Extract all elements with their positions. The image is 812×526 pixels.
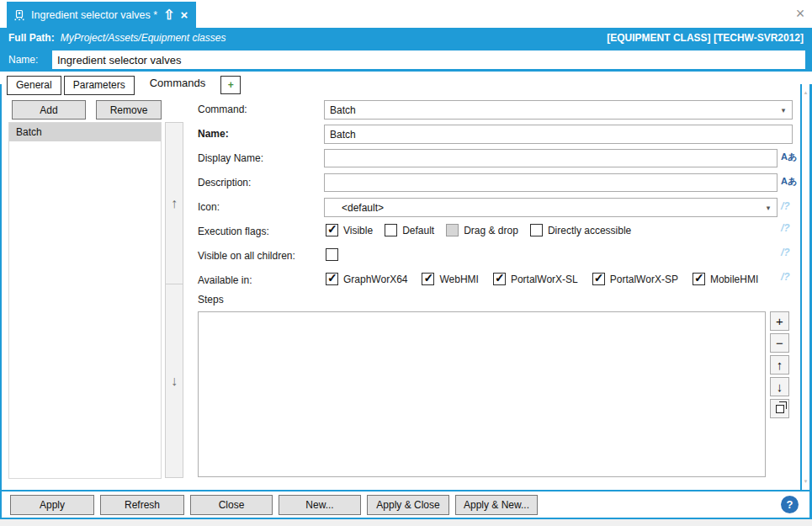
description-label: Description: bbox=[198, 173, 251, 193]
name-input[interactable] bbox=[52, 50, 805, 69]
checkbox-mobilehmi[interactable] bbox=[693, 273, 705, 285]
description-input[interactable] bbox=[324, 173, 778, 192]
duplicate-step-button[interactable] bbox=[770, 399, 789, 418]
command-select[interactable]: Batch ▾ bbox=[324, 100, 793, 120]
checkbox-portalworx-sp-label: PortalWorX-SP bbox=[610, 274, 678, 285]
help-button[interactable]: ? bbox=[781, 496, 799, 513]
checkbox-mobilehmi-label: MobileHMI bbox=[710, 274, 758, 285]
tab-close-icon[interactable]: × bbox=[181, 8, 188, 21]
command-list[interactable]: Batch bbox=[8, 122, 162, 479]
steps-label: Steps bbox=[198, 293, 224, 306]
checkbox-default-label: Default bbox=[402, 225, 434, 236]
name-bar: Name: bbox=[0, 48, 812, 72]
execution-flags-row: Visible Default Drag & drop Directly acc… bbox=[326, 224, 631, 236]
document-tab-title: Ingredient selector valves * bbox=[31, 9, 157, 21]
vertical-scrollbar[interactable]: ▲ ▼ bbox=[800, 84, 809, 490]
checkbox-default[interactable] bbox=[385, 224, 397, 236]
steps-toolbar: + − ↑ ↓ bbox=[770, 311, 790, 418]
context-badges: [EQUIPMENT CLASS] [TECHW-SVR2012] bbox=[607, 32, 804, 44]
up-arrow-icon[interactable]: ⇧ bbox=[163, 8, 174, 22]
visible-on-all-children-row bbox=[326, 248, 338, 261]
content-frame: Add Remove Batch ↑ ↓ Command: Name: Disp… bbox=[0, 84, 812, 519]
display-name-input[interactable] bbox=[324, 149, 778, 167]
checkbox-graphworx64[interactable] bbox=[326, 273, 338, 285]
name-label: Name: bbox=[8, 54, 38, 66]
checkbox-directly-accessible-label: Directly accessible bbox=[548, 225, 631, 236]
tab-parameters[interactable]: Parameters bbox=[64, 76, 135, 95]
reorder-column: ↑ ↓ bbox=[165, 122, 183, 478]
new-button[interactable]: New... bbox=[279, 495, 361, 515]
full-path-value: MyProject/Assets/Equipment classes bbox=[61, 32, 226, 44]
remove-step-button[interactable]: − bbox=[770, 333, 789, 353]
checkbox-directly-accessible[interactable] bbox=[530, 224, 543, 236]
icon-label: Icon: bbox=[198, 198, 220, 217]
add-step-button[interactable]: + bbox=[770, 311, 789, 331]
step-down-button[interactable]: ↓ bbox=[770, 377, 789, 396]
tab-strip: General Parameters Commands + bbox=[7, 72, 241, 95]
chevron-down-icon: ▾ bbox=[777, 106, 790, 114]
screen: × Ingredient selector valves * ⇧ × Full … bbox=[0, 0, 812, 526]
apply-and-new-button[interactable]: Apply & New... bbox=[455, 495, 538, 515]
full-path-label: Full Path: bbox=[8, 32, 55, 44]
document-window: × Ingredient selector valves * ⇧ × Full … bbox=[0, 0, 812, 519]
move-up-button[interactable]: ↑ bbox=[165, 122, 183, 284]
checkbox-webhmi-label: WebHMI bbox=[439, 274, 478, 285]
scroll-down-icon[interactable]: ▼ bbox=[802, 479, 809, 484]
checkbox-drag-drop-label: Drag & drop bbox=[464, 225, 518, 236]
visible-on-all-children-label: Visible on all children: bbox=[198, 247, 295, 266]
display-name-label: Display Name: bbox=[198, 149, 263, 168]
command-label: Command: bbox=[198, 100, 247, 120]
equipment-icon bbox=[13, 9, 25, 21]
execution-flags-label: Execution flags: bbox=[198, 222, 269, 242]
refresh-button[interactable]: Refresh bbox=[100, 495, 184, 515]
apply-and-close-button[interactable]: Apply & Close bbox=[367, 495, 449, 515]
scroll-up-icon[interactable]: ▲ bbox=[802, 90, 809, 95]
apply-button[interactable]: Apply bbox=[10, 495, 94, 515]
remove-button[interactable]: Remove bbox=[96, 100, 162, 120]
add-tab-button[interactable]: + bbox=[220, 76, 241, 94]
move-down-button[interactable]: ↓ bbox=[165, 284, 183, 478]
arrow-up-icon: ↑ bbox=[777, 359, 783, 371]
list-item-batch[interactable]: Batch bbox=[9, 123, 161, 141]
footer-bar: Apply Refresh Close New... Apply & Close… bbox=[2, 490, 809, 518]
icon-select-value: <default> bbox=[342, 202, 762, 214]
duplicate-icon bbox=[776, 405, 784, 413]
chevron-down-icon: ▾ bbox=[762, 204, 775, 212]
available-in-label: Available in: bbox=[198, 271, 252, 290]
checkbox-webhmi[interactable] bbox=[422, 273, 434, 285]
checkbox-portalworx-sp[interactable] bbox=[592, 273, 605, 285]
command-name-input[interactable] bbox=[324, 125, 793, 144]
checkbox-portalworx-sl-label: PortalWorX-SL bbox=[511, 274, 578, 285]
arrow-down-icon: ↓ bbox=[777, 380, 783, 393]
tab-general[interactable]: General bbox=[7, 76, 61, 95]
checkbox-visible-label: Visible bbox=[343, 225, 373, 236]
window-close-icon[interactable]: × bbox=[791, 4, 809, 23]
checkbox-graphworx64-label: GraphWorX64 bbox=[343, 274, 407, 285]
minus-icon: − bbox=[776, 337, 783, 349]
arrow-up-icon: ↑ bbox=[171, 196, 178, 211]
checkbox-drag-drop[interactable] bbox=[446, 224, 459, 236]
step-up-button[interactable]: ↑ bbox=[770, 355, 789, 375]
close-button[interactable]: Close bbox=[190, 495, 273, 515]
steps-list[interactable] bbox=[198, 311, 766, 477]
question-mark-icon: ? bbox=[787, 498, 793, 511]
checkbox-visible[interactable] bbox=[326, 224, 338, 236]
command-name-label: Name: bbox=[198, 125, 229, 144]
checkbox-visible-on-all-children[interactable] bbox=[326, 248, 338, 261]
add-button[interactable]: Add bbox=[12, 100, 86, 120]
tab-commands[interactable]: Commands bbox=[137, 72, 218, 95]
full-path-bar: Full Path: MyProject/Assets/Equipment cl… bbox=[0, 28, 812, 48]
command-select-value: Batch bbox=[330, 104, 777, 116]
document-tab[interactable]: Ingredient selector valves * ⇧ × bbox=[7, 2, 196, 28]
available-in-row: GraphWorX64 WebHMI PortalWorX-SL PortalW… bbox=[326, 273, 758, 285]
checkbox-portalworx-sl[interactable] bbox=[493, 273, 506, 285]
icon-select[interactable]: <default> ▾ bbox=[324, 198, 778, 217]
arrow-down-icon: ↓ bbox=[171, 374, 178, 389]
plus-icon: + bbox=[776, 315, 783, 327]
